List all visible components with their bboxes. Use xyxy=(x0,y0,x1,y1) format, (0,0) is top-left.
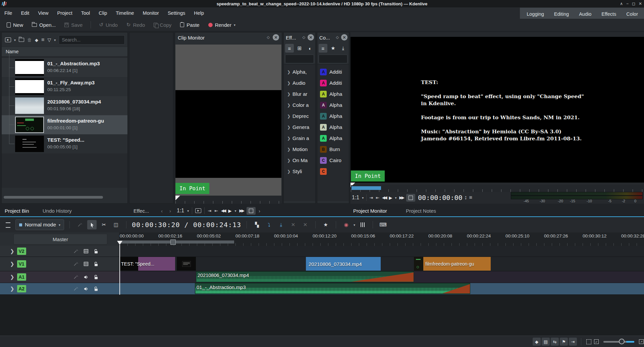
play-icon[interactable]: ▶ xyxy=(228,208,232,213)
close-panel-icon[interactable]: ✕ xyxy=(273,34,279,41)
monitor-timecode[interactable]: 00:00:00:00 xyxy=(418,194,462,202)
composition-item[interactable]: C xyxy=(317,166,349,177)
clip-v1-test-title[interactable]: TEST: "Speed... xyxy=(120,257,175,271)
float-panel-icon[interactable]: ◇ xyxy=(267,35,270,40)
play-icon[interactable]: ▶ xyxy=(389,195,392,200)
show-markers-button[interactable]: ⚑ xyxy=(560,338,568,346)
create-folder-icon[interactable] xyxy=(19,38,24,42)
clip-a1-audio[interactable]: 20210806_073034.mp4 xyxy=(196,271,414,282)
track-badge[interactable]: V2 xyxy=(17,248,26,255)
fit-zoom-icon[interactable] xyxy=(585,338,592,345)
record-chevron-icon[interactable]: ▾ xyxy=(354,223,355,227)
audio-track-icon[interactable] xyxy=(84,275,89,280)
effects-category[interactable]: ❯ Blur ar xyxy=(284,88,315,99)
menu-help[interactable]: Help xyxy=(190,10,208,16)
tab-effect-stack[interactable]: Effec... xyxy=(133,205,149,216)
compositions-search-input[interactable] xyxy=(319,55,347,63)
effects-category[interactable]: ❯ Audio xyxy=(284,77,315,88)
effects-category[interactable]: ❯ Genera xyxy=(284,122,315,133)
snap-button[interactable]: ⇥ xyxy=(569,338,577,346)
clip-v1-image[interactable]: filmfreedom-patreon-gu xyxy=(414,257,491,271)
mix-tool-icon[interactable] xyxy=(75,220,85,229)
lock-track-icon[interactable] xyxy=(94,286,98,291)
effects-category[interactable]: ❯ Alpha, xyxy=(284,66,315,77)
stack-next-icon[interactable]: › xyxy=(169,205,171,216)
zoom-chevron-icon[interactable]: ▾ xyxy=(362,196,364,200)
bin-horizontal-scrollbar[interactable] xyxy=(4,196,103,199)
render-button[interactable]: Render ▾ xyxy=(205,21,239,29)
tag-icon[interactable]: ◆ xyxy=(35,38,38,43)
composition-item[interactable]: A Alpha xyxy=(317,122,349,133)
bin-row-flyaway[interactable]: 01_-_Fly_Away.mp3 00:11:25:25 xyxy=(2,77,127,96)
show-tags-button[interactable]: ◆ xyxy=(533,338,541,346)
razor-tool-icon[interactable]: ✂ xyxy=(99,220,109,229)
expand-icon[interactable]: ❯ xyxy=(287,103,290,108)
expand-track-icon[interactable]: ❯ xyxy=(10,261,14,267)
track-header-v1[interactable]: ❯ V1 xyxy=(0,257,119,271)
fast-forward-icon[interactable]: ▶▶ xyxy=(399,195,404,200)
effects-category[interactable]: ❯ Grain a xyxy=(284,133,315,144)
clip-v1-title-segment[interactable] xyxy=(177,257,196,271)
bin-column-header[interactable]: Name xyxy=(2,47,127,57)
bin-row-test-title[interactable]: TEST: "Speed... 00:00:05:00 [1] xyxy=(2,134,127,153)
minimize-button[interactable]: − xyxy=(626,1,629,6)
open-button[interactable]: Open... xyxy=(29,21,59,29)
effects-titlebar[interactable]: Eff... ◇ ✕ xyxy=(284,32,315,43)
project-monitor-video-area[interactable]: TEST: "Speed ramp to beat" effect, using… xyxy=(351,37,644,183)
timecode-spinner[interactable]: ▴▾ xyxy=(465,195,467,200)
selection-tool-icon[interactable] xyxy=(87,220,97,229)
effects-category[interactable]: ❯ On Ma xyxy=(284,155,315,166)
favorite-effects-icon[interactable]: ★ xyxy=(321,220,330,229)
mix-clips-icon[interactable]: ▚ xyxy=(252,220,262,229)
timeline-zoom-slider[interactable] xyxy=(603,341,634,343)
track-badge[interactable]: A2 xyxy=(17,285,26,292)
set-zone-in-icon[interactable]: ⇥ xyxy=(208,208,211,213)
timeline-ruler[interactable]: 00:00:00:00 00:00:02:16 00:00:05:02 00:0… xyxy=(119,232,644,246)
bin-row-video[interactable]: 20210806_073034.mp4 00:01:59:06 [18] xyxy=(2,96,127,115)
show-thumbnails-button[interactable]: ▤ xyxy=(542,338,550,346)
close-button[interactable]: ✕ xyxy=(639,1,642,6)
video-track-icon[interactable] xyxy=(84,262,89,266)
zone-handle[interactable] xyxy=(170,239,176,245)
video-track-icon[interactable] xyxy=(84,249,89,254)
delete-icon[interactable]: 🗑︎ xyxy=(27,37,32,43)
workspace-color[interactable]: Color xyxy=(626,11,638,17)
zoom-chevron-icon[interactable]: ▾ xyxy=(187,209,189,213)
add-clip-icon[interactable]: ▶ xyxy=(5,38,11,42)
clip-monitor-titlebar[interactable]: Clip Monitor ◇ ✕ xyxy=(175,32,282,43)
mixer-icon[interactable] xyxy=(358,220,367,229)
menu-monitor[interactable]: Monitor xyxy=(139,10,163,16)
float-panel-icon[interactable]: ◇ xyxy=(336,35,339,40)
lock-track-icon[interactable] xyxy=(94,275,98,280)
expand-track-icon[interactable]: ❯ xyxy=(10,274,14,280)
paste-button[interactable]: Paste xyxy=(177,21,203,29)
composition-item[interactable]: B Burn xyxy=(317,144,349,155)
insert-zone-icon[interactable]: ⤵ xyxy=(264,220,274,229)
favorites-icon[interactable]: ★ xyxy=(329,44,337,53)
compositions-titlebar[interactable]: Co... ◇ ✕ xyxy=(317,32,349,43)
play-chevron-icon[interactable]: ▾ xyxy=(395,196,397,200)
playhead-marker[interactable] xyxy=(117,241,122,245)
filter-icon[interactable]: ▽ xyxy=(47,37,51,43)
track-header-a2[interactable]: ❯ A2 xyxy=(0,283,119,295)
zoom-out-icon[interactable]: ↙ xyxy=(593,338,600,345)
zone-crop-button[interactable] xyxy=(247,207,256,215)
download-icon[interactable]: ⤓ xyxy=(339,44,347,53)
menu-project[interactable]: Project xyxy=(53,10,77,16)
zoom-in-icon[interactable]: ↗ xyxy=(638,338,644,345)
track-effects-icon[interactable] xyxy=(73,286,78,291)
composition-item[interactable]: C Cairo xyxy=(317,155,349,166)
track-effects-icon[interactable] xyxy=(73,275,78,279)
effects-category[interactable]: ❯ Motion xyxy=(284,144,315,155)
video-effects-icon[interactable]: ⊞ xyxy=(295,44,304,53)
rewind-icon[interactable]: ◀◀ xyxy=(382,195,386,200)
track-badge[interactable]: V1 xyxy=(17,260,26,268)
set-zone-out-icon[interactable]: ⇤ xyxy=(376,195,379,200)
lock-track-icon[interactable] xyxy=(94,262,98,267)
audio-effects-icon[interactable]: ◖ xyxy=(305,44,314,53)
record-icon[interactable]: ◉ xyxy=(341,220,351,229)
track-badge[interactable]: A1 xyxy=(17,273,26,281)
undo-button[interactable]: ↺ Undo xyxy=(96,20,121,29)
workspace-audio[interactable]: Audio xyxy=(579,11,591,17)
composition-item[interactable]: A Alpha xyxy=(317,133,349,144)
